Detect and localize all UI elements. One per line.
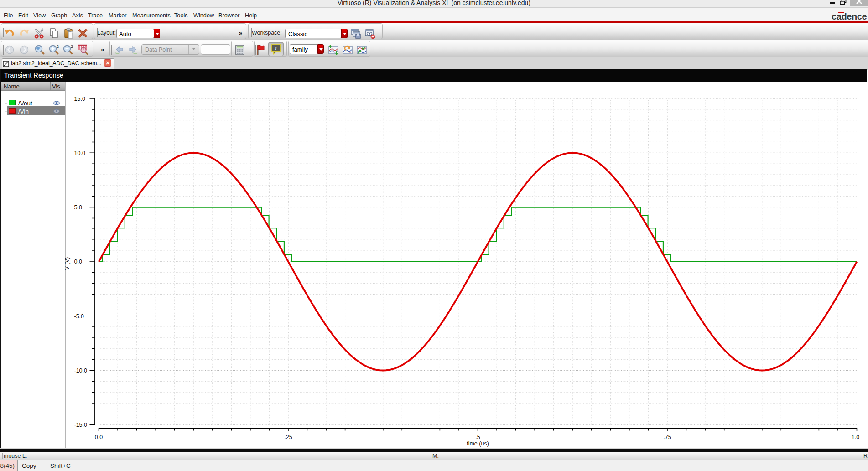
- svg-text:-10.0: -10.0: [74, 367, 88, 374]
- svg-text:-5.0: -5.0: [74, 313, 84, 320]
- svg-text:time (us): time (us): [467, 440, 489, 447]
- svg-text:i: i: [275, 45, 277, 52]
- svg-text:15.0: 15.0: [74, 96, 85, 102]
- svg-text:.5: .5: [475, 434, 480, 440]
- svg-text:0.0: 0.0: [95, 434, 103, 440]
- svg-text:5.0: 5.0: [74, 204, 82, 211]
- svg-text:10.0: 10.0: [74, 150, 85, 156]
- svg-text:.75: .75: [663, 434, 671, 440]
- svg-text:1.0: 1.0: [852, 434, 859, 440]
- svg-text:0.0: 0.0: [74, 259, 82, 265]
- svg-text:.25: .25: [284, 434, 292, 440]
- svg-text:V (V): V (V): [65, 257, 70, 270]
- svg-text:2: 2: [71, 44, 73, 49]
- svg-text:-15.0: -15.0: [74, 422, 88, 428]
- svg-text:2: 2: [57, 44, 59, 49]
